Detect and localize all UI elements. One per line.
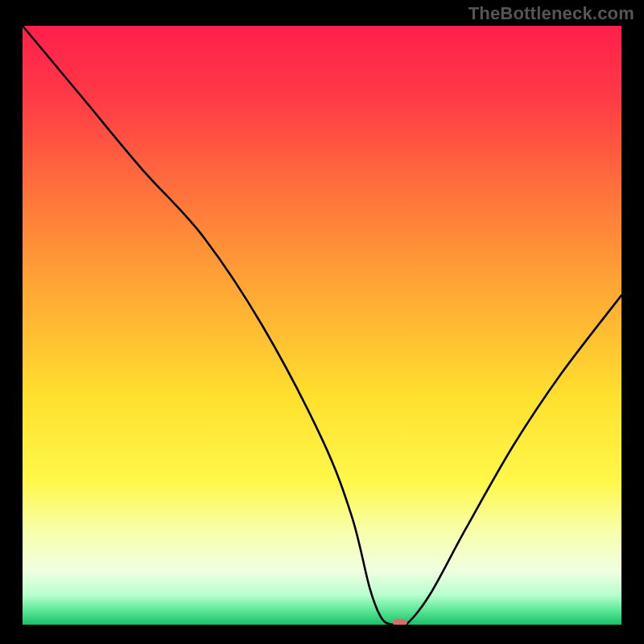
gradient-background — [23, 26, 621, 625]
chart-svg — [23, 26, 621, 625]
plot-area — [23, 26, 621, 625]
watermark-text: TheBottleneck.com — [469, 3, 634, 24]
chart-frame: TheBottleneck.com — [0, 0, 644, 644]
